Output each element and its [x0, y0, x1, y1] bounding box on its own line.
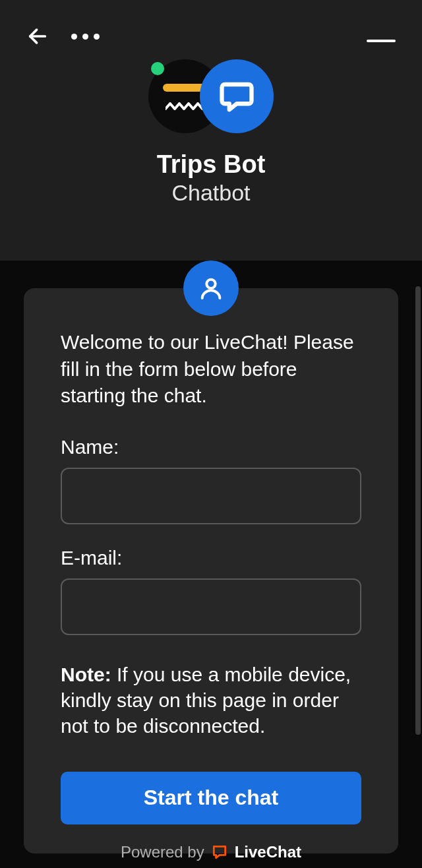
minimize-button[interactable]: [367, 40, 396, 42]
prechat-form-card: Welcome to our LiveChat! Please fill in …: [24, 288, 398, 853]
note-text: Note: If you use a mobile device, kindly…: [61, 662, 361, 739]
email-input[interactable]: [61, 578, 361, 635]
scrollbar[interactable]: [415, 286, 421, 735]
chat-header: Trips Bot Chatbot: [0, 0, 422, 261]
user-icon: [198, 275, 224, 301]
brand-label: LiveChat: [235, 843, 301, 861]
presence-online-icon: [151, 62, 164, 75]
welcome-text: Welcome to our LiveChat! Please fill in …: [61, 329, 361, 410]
chat-bubble-icon: [219, 78, 255, 114]
more-options-button[interactable]: [71, 34, 100, 40]
livechat-logo-icon: [211, 844, 228, 861]
title-block: Trips Bot Chatbot: [0, 150, 422, 206]
powered-by-label: Powered by: [121, 843, 204, 861]
chat-body: Welcome to our LiveChat! Please fill in …: [0, 288, 422, 853]
user-badge: [183, 261, 239, 316]
footer[interactable]: Powered by LiveChat: [0, 843, 422, 861]
chat-bubble-avatar: [200, 59, 274, 133]
back-button[interactable]: [26, 25, 49, 47]
arrow-left-icon: [26, 25, 49, 47]
email-label: E-mail:: [61, 547, 361, 569]
svg-point-1: [206, 280, 215, 288]
name-input[interactable]: [61, 468, 361, 524]
topbar: [0, 0, 422, 47]
more-horizontal-icon: [71, 34, 77, 40]
name-label: Name:: [61, 436, 361, 458]
start-chat-button[interactable]: Start the chat: [61, 772, 361, 824]
bot-subtitle: Chatbot: [0, 180, 422, 206]
note-prefix: Note:: [61, 664, 111, 685]
bot-title: Trips Bot: [0, 150, 422, 179]
avatar-group: [0, 59, 422, 133]
